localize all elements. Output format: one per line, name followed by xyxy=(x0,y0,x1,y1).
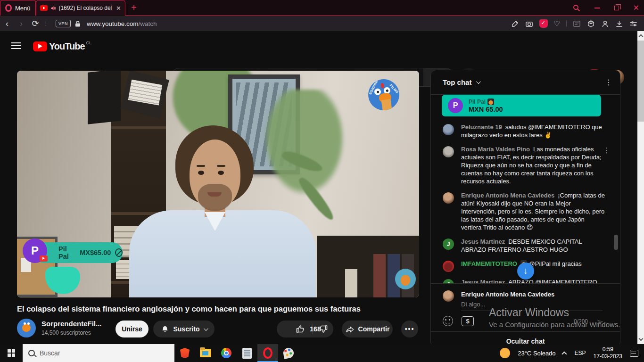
share-button[interactable]: Compartir xyxy=(342,321,393,337)
share-arrow-icon xyxy=(345,324,355,334)
taskbar-search-input[interactable] xyxy=(40,349,153,357)
weather-sun-icon[interactable] xyxy=(500,348,510,358)
browser-address-bar: ‹ › ⟳ ⋮ VPN www.youtube.com/watch ♡ xyxy=(0,16,644,31)
chat-avatar: J xyxy=(443,279,454,283)
chat-avatar xyxy=(443,146,454,157)
youtube-region-label: CL xyxy=(86,41,92,45)
back-button[interactable]: ‹ xyxy=(0,19,14,29)
tab-close-icon[interactable]: ✕ xyxy=(116,5,121,12)
more-actions-button[interactable]: ••• xyxy=(401,321,418,337)
tab-title: (1692) El colapso del sis xyxy=(59,5,114,11)
page-scrollbar[interactable] xyxy=(637,31,644,344)
action-center-icon[interactable] xyxy=(630,350,638,357)
window-restore-button[interactable] xyxy=(614,6,619,10)
taskbar-opera-icon[interactable] xyxy=(257,344,278,362)
lock-icon xyxy=(74,20,81,27)
reload-button[interactable]: ⟳ xyxy=(28,18,42,29)
member-badge-icon xyxy=(487,99,494,105)
tab-audio-icon[interactable] xyxy=(50,5,56,11)
binder xyxy=(88,71,121,124)
top-chat-selector[interactable]: Top chat xyxy=(443,78,471,86)
guide-menu-button[interactable] xyxy=(11,42,21,49)
scrollbar-down-icon[interactable] xyxy=(638,337,643,341)
coin-icon xyxy=(115,248,123,257)
opera-logo-icon xyxy=(5,4,12,12)
reader-icon[interactable] xyxy=(573,20,581,28)
person-mouth xyxy=(207,192,222,197)
taskbar-search-box[interactable] xyxy=(23,344,174,362)
chevron-down-icon[interactable] xyxy=(476,79,481,84)
taskbar-chrome-icon[interactable] xyxy=(216,344,237,362)
search-icon xyxy=(28,350,35,356)
hide-chat-button[interactable]: Ocultar chat xyxy=(431,331,620,345)
browser-tab-bar: Menú (1692) El colapso del sis ✕ + ✕ xyxy=(0,0,644,16)
address-dots-icon: ⋮ xyxy=(42,21,49,27)
profile-icon[interactable] xyxy=(601,20,609,28)
thumbs-up-icon xyxy=(296,324,305,334)
channel-subscribers: 14,500 suscriptores xyxy=(41,329,91,336)
chat-message: Enrique Antonio Mena Caviedes¡Compra lat… xyxy=(443,191,613,231)
extensions-cube-icon[interactable] xyxy=(587,20,595,28)
person-eyebrow xyxy=(217,165,225,167)
bookmark-heart-icon[interactable]: ♡ xyxy=(554,19,560,28)
youtube-logo[interactable]: YouTube CL xyxy=(33,41,91,51)
channel-watermark-badge: SORPRENDENTE FILMS xyxy=(366,77,402,113)
live-chat-panel: Top chat ⋮ P Pil Pal MXN 65.00 Peluznant… xyxy=(430,70,620,347)
message-menu-icon[interactable]: ⋮ xyxy=(603,146,610,155)
scroll-to-bottom-button[interactable]: ↓ xyxy=(517,263,534,280)
chat-message-list[interactable]: Peluznante 19saludos @IMFAMEMITOTERO que… xyxy=(431,117,613,283)
taskbar-paint-icon[interactable] xyxy=(278,344,299,362)
chat-avatar xyxy=(443,261,454,272)
vpn-badge[interactable]: VPN xyxy=(56,20,71,27)
chat-avatar xyxy=(443,192,454,204)
snapshot-camera-icon[interactable] xyxy=(525,20,533,28)
pinned-superchat-banner[interactable]: P Pil Pal MXN 65.00 xyxy=(442,95,601,116)
current-user-name: Enrique Antonio Mena Caviedes xyxy=(461,291,554,298)
youtube-wordmark: YouTube xyxy=(49,41,85,51)
settings-sliders-icon[interactable] xyxy=(629,20,637,28)
chat-menu-icon[interactable]: ⋮ xyxy=(605,78,612,87)
youtube-play-icon xyxy=(33,41,47,51)
browser-menu-button[interactable]: Menú xyxy=(0,0,36,16)
person-eyebrow xyxy=(197,165,205,167)
forward-button[interactable]: › xyxy=(14,19,28,29)
video-title: El colapso del sistema financiero anglos… xyxy=(17,304,427,313)
adblock-shield-icon[interactable] xyxy=(539,19,548,28)
superchat-youtube-badge-icon xyxy=(40,255,48,262)
window-minimize-button[interactable] xyxy=(594,8,600,8)
chat-input-placeholder[interactable]: Di algo... xyxy=(461,301,485,308)
emoji-picker-icon[interactable] xyxy=(443,316,453,326)
language-indicator[interactable]: ESP xyxy=(575,350,586,356)
scrollbar-thumb[interactable] xyxy=(637,41,644,122)
taskbar-brave-icon[interactable] xyxy=(174,344,195,362)
taskbar-notepad-icon[interactable] xyxy=(237,344,257,362)
scrollbar-up-icon[interactable] xyxy=(638,34,643,39)
superchat-author: Pil Pal xyxy=(469,99,486,105)
tray-chevron-icon[interactable] xyxy=(561,351,567,356)
new-tab-button[interactable]: + xyxy=(131,2,137,13)
join-button[interactable]: Unirse xyxy=(116,321,149,337)
superchat-amount: MXN 65.00 xyxy=(469,106,503,113)
pinboard-icon[interactable] xyxy=(511,20,519,28)
youtube-header: YouTube CL 9+ xyxy=(0,31,637,61)
superchat-avatar: P xyxy=(448,98,463,113)
channel-watermark-small xyxy=(395,269,416,289)
dislike-button[interactable] xyxy=(313,321,333,337)
weather-text[interactable]: 23°C Soleado xyxy=(518,350,555,357)
browser-search-icon[interactable] xyxy=(573,4,580,12)
window-close-button[interactable]: ✕ xyxy=(633,3,639,12)
superchat-overlay-amount: MX$65.00 xyxy=(80,249,111,256)
downloads-icon[interactable] xyxy=(615,20,623,28)
subscribed-button[interactable]: Suscrito xyxy=(153,321,215,337)
taskbar-file-explorer-icon[interactable] xyxy=(195,344,216,362)
channel-avatar[interactable] xyxy=(17,319,36,337)
video-player[interactable]: SORPRENDENTE FILMS Pil Pal MX$65.00 P xyxy=(17,71,419,297)
browser-tab[interactable]: (1692) El colapso del sis ✕ xyxy=(36,0,125,16)
chat-scrollbar[interactable] xyxy=(614,235,618,250)
channel-name[interactable]: SorprendenteFil... xyxy=(41,320,102,328)
start-button[interactable] xyxy=(0,344,23,362)
taskbar-clock[interactable]: 0:5917-03-2023 xyxy=(594,346,622,360)
person-shirt xyxy=(129,210,316,297)
superchat-dollar-icon[interactable]: $ xyxy=(462,316,474,326)
url-text[interactable]: www.youtube.com/watch xyxy=(87,20,157,27)
